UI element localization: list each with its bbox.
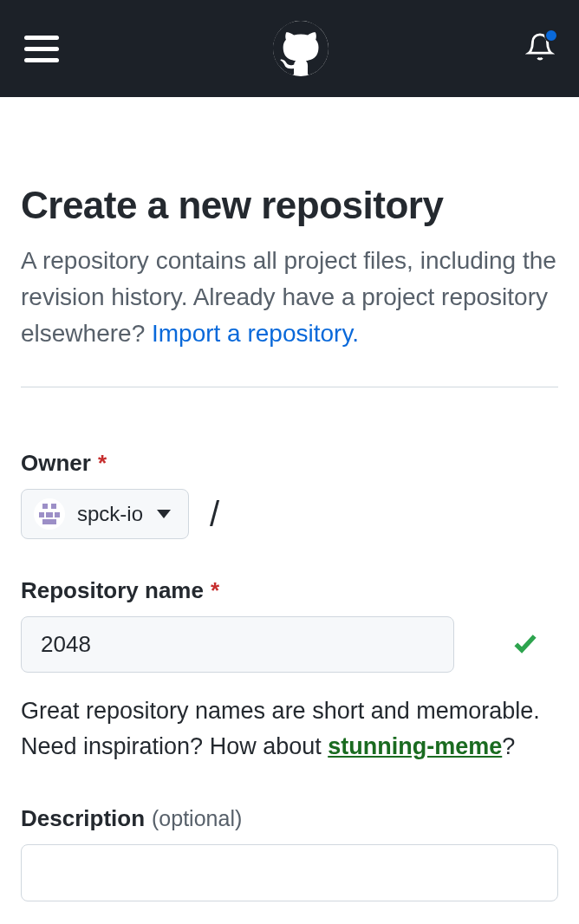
required-marker: * — [98, 450, 107, 477]
optional-marker: (optional) — [152, 806, 242, 831]
required-marker: * — [211, 577, 219, 604]
description-label: Description (optional) — [21, 805, 558, 832]
hamburger-menu-icon[interactable] — [24, 36, 59, 62]
name-suggestion-link[interactable]: stunning-meme — [328, 733, 502, 759]
notification-badge — [544, 29, 558, 42]
description-input[interactable] — [21, 844, 558, 901]
divider — [21, 387, 558, 387]
notifications-button[interactable] — [525, 32, 555, 65]
github-logo-icon[interactable] — [273, 21, 329, 76]
owner-name: spck-io — [77, 502, 143, 526]
path-separator: / — [210, 495, 219, 534]
page-subtitle: A repository contains all project files,… — [21, 243, 558, 352]
owner-label: Owner * — [21, 450, 558, 477]
caret-down-icon — [157, 510, 171, 518]
repo-name-input[interactable] — [21, 616, 454, 673]
app-header — [0, 0, 579, 97]
owner-row: spck-io / — [21, 489, 558, 539]
avatar — [34, 498, 65, 530]
repo-name-input-wrapper — [21, 616, 558, 673]
name-hint-text: Great repository names are short and mem… — [21, 693, 558, 764]
page-title: Create a new repository — [21, 184, 558, 227]
import-repository-link[interactable]: Import a repository. — [152, 320, 359, 347]
check-icon — [511, 629, 539, 660]
repo-name-label: Repository name * — [21, 577, 558, 604]
main-content: Create a new repository A repository con… — [0, 97, 579, 924]
owner-select-button[interactable]: spck-io — [21, 489, 189, 539]
